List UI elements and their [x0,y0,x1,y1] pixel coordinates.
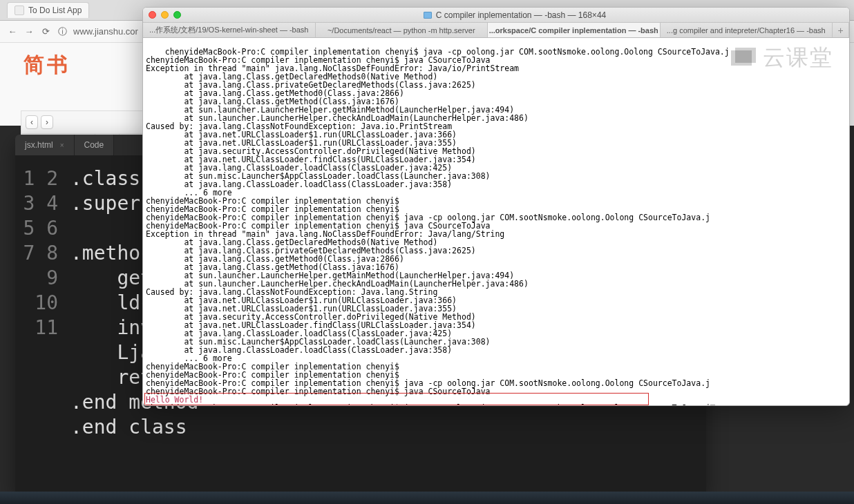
terminal-cursor [710,405,715,405]
minimize-window-icon[interactable] [161,11,169,19]
nav-back-icon[interactable]: ← [7,26,18,37]
terminal-output[interactable]: chenyideMacBook-Pro:C compiler inplement… [143,38,849,405]
editor-tab-jsx[interactable]: jsx.html × [15,135,75,155]
terminal-tab-bar: ...作系统/文档/19/OS-kernel-win-sheet — -bash… [143,23,849,38]
editor-tab-label: jsx.html [25,140,53,150]
terminal-window: C compiler inplementation — -bash — 168×… [142,7,850,406]
line-number-gutter: 1 2 3 4 5 6 7 8 9 10 11 [15,155,64,451]
nav-reload-icon[interactable]: ⟳ [40,26,51,37]
terminal-tab[interactable]: ...g compiler and intepreter/Chapter16 —… [661,23,833,37]
terminal-tab[interactable]: ~/Documents/react — python -m http.serve… [316,23,488,37]
finder-back-button[interactable]: ‹ [26,115,38,129]
terminal-tab[interactable]: ...orkspace/C compiler inplementation — … [488,23,661,37]
secure-info-icon[interactable]: ⓘ [57,26,68,37]
terminal-titlebar[interactable]: C compiler inplementation — -bash — 168×… [143,8,849,23]
nav-forward-icon[interactable]: → [23,26,35,37]
browser-tab-title: To Do List App [28,6,82,15]
editor-tab-label: Code [84,140,104,150]
desktop-background [0,492,854,504]
new-terminal-tab-button[interactable]: + [833,23,849,37]
folder-icon [424,12,432,19]
highlight-box [144,393,649,405]
terminal-output-line: Hello World! [146,395,203,405]
finder-forward-button[interactable]: › [41,115,53,129]
zoom-window-icon[interactable] [173,11,181,19]
terminal-title: C compiler inplementation — -bash — 168×… [436,10,606,20]
favicon-icon [15,6,24,15]
browser-tab[interactable]: To Do List App [7,2,89,18]
editor-tab-code[interactable]: Code [75,135,115,155]
terminal-tab[interactable]: ...作系统/文档/19/OS-kernel-win-sheet — -bash [143,23,316,37]
close-icon[interactable]: × [60,142,64,149]
site-logo: 简书 [23,51,70,79]
close-window-icon[interactable] [149,11,156,19]
